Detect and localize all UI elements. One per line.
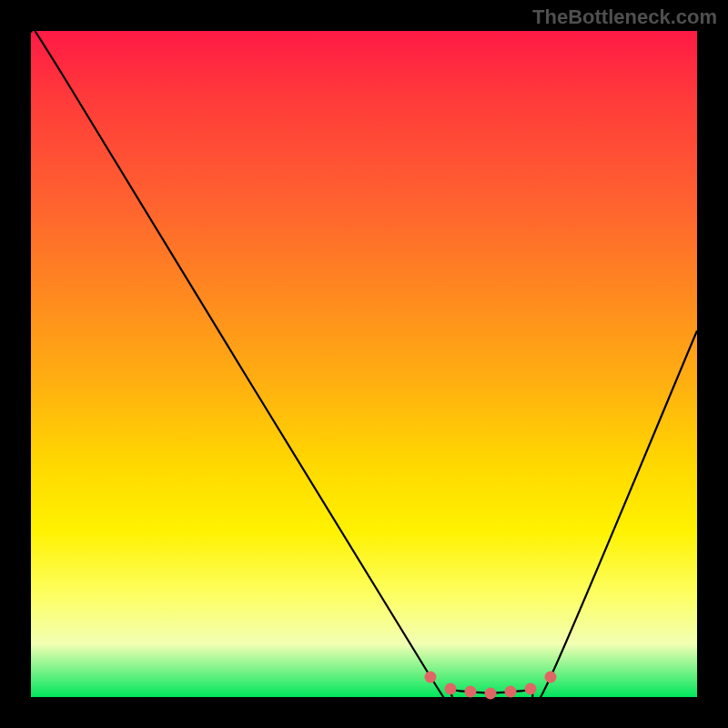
optimal-marker (525, 683, 537, 695)
watermark-text: TheBottleneck.com (532, 5, 717, 29)
optimal-marker (445, 683, 457, 695)
optimal-marker (425, 672, 437, 683)
optimal-range-markers (31, 31, 697, 697)
optimal-marker (485, 687, 497, 699)
chart-container: TheBottleneck.com (0, 0, 728, 728)
plot-area (31, 31, 697, 697)
optimal-marker (505, 686, 517, 698)
optimal-marker (544, 672, 556, 683)
optimal-marker (465, 686, 477, 698)
